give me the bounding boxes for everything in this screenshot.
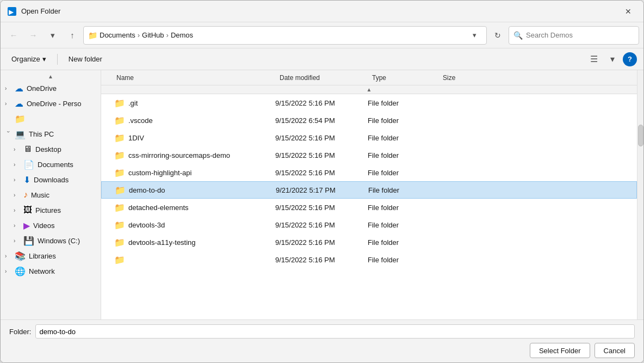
address-dropdown-button[interactable]: ▾: [467, 28, 482, 43]
file-date: 9/15/2022 5:16 PM: [275, 221, 368, 229]
sidebar-item-desktop[interactable]: › 🖥 Desktop: [1, 141, 101, 157]
folder-icon: 📁: [114, 202, 125, 213]
file-row[interactable]: 📁 detached-elements 9/15/2022 5:16 PM Fi…: [101, 199, 637, 216]
sidebar-item-onedrive-personal[interactable]: › ☁ OneDrive - Perso: [1, 96, 101, 111]
folder-row: Folder:: [9, 324, 635, 339]
col-header-date[interactable]: Date modified: [277, 74, 370, 82]
sidebar: ▲ › ☁ OneDrive › ☁ OneDrive - Perso 📁: [1, 70, 101, 319]
chevron-icon: ›: [14, 238, 20, 244]
forward-button[interactable]: →: [24, 27, 42, 44]
sidebar-item-network[interactable]: › 🌐 Network: [1, 263, 101, 279]
dialog-title: Open Folder: [21, 7, 620, 15]
chevron-icon: ›: [5, 85, 11, 91]
chevron-icon: ›: [14, 146, 20, 152]
folder-icon: 📁: [114, 150, 125, 161]
chevron-icon: ›: [5, 253, 11, 259]
file-list-header: Name Date modified Type Size: [101, 70, 637, 85]
file-type: File folder: [368, 116, 438, 125]
toolbar-separator: [57, 54, 58, 65]
file-type: File folder: [368, 134, 438, 142]
sidebar-item-videos[interactable]: › ▶ Videos: [1, 218, 101, 233]
sidebar-item-downloads[interactable]: › ⬇ Downloads: [1, 172, 101, 187]
chevron-icon: ›: [14, 223, 20, 229]
window-controls: ✕: [620, 3, 637, 20]
address-path: Documents › GitHub › Demos: [100, 31, 465, 39]
file-type: File folder: [368, 256, 438, 264]
file-row[interactable]: 📁 devtools-a11y-testing 9/15/2022 5:16 P…: [101, 233, 637, 251]
recent-locations-button[interactable]: ▾: [44, 27, 61, 44]
sidebar-item-music[interactable]: › ♪ Music: [1, 187, 101, 202]
col-header-type[interactable]: Type: [370, 74, 441, 82]
toolbar: Organize ▾ New folder ☰ ▾ ?: [1, 48, 643, 70]
file-name: 1DIV: [128, 134, 275, 142]
file-type: File folder: [368, 221, 438, 229]
file-row[interactable]: 📁 9/15/2022 5:16 PM File folder: [101, 251, 637, 268]
search-input[interactable]: [526, 31, 634, 39]
back-button[interactable]: ←: [5, 27, 22, 44]
close-button[interactable]: ✕: [620, 3, 637, 20]
organize-button[interactable]: Organize ▾: [7, 52, 51, 67]
sidebar-scroll-up: ▲: [1, 72, 101, 81]
address-bar[interactable]: 📁 Documents › GitHub › Demos ▾: [83, 26, 487, 45]
file-area: Name Date modified Type Size ▲ 📁 .git 9/…: [101, 70, 637, 319]
view-options-button[interactable]: ☰: [586, 51, 602, 67]
this-pc-icon: 💻: [15, 129, 26, 139]
file-row[interactable]: 📁 css-mirroring-sourcemaps-demo 9/15/202…: [101, 146, 637, 164]
col-header-size[interactable]: Size: [441, 74, 484, 82]
help-button[interactable]: ?: [623, 52, 637, 66]
search-bar[interactable]: 🔍: [509, 26, 639, 45]
chevron-icon: ›: [5, 268, 11, 274]
file-type: File folder: [368, 204, 438, 212]
file-row-selected[interactable]: 📁 demo-to-do 9/21/2022 5:17 PM File fold…: [101, 181, 637, 199]
cancel-button[interactable]: Cancel: [595, 343, 635, 358]
sidebar-label: Pictures: [35, 206, 61, 214]
sidebar-label: Music: [31, 191, 49, 199]
col-header-name[interactable]: Name: [114, 74, 277, 82]
refresh-button[interactable]: ↻: [489, 27, 506, 44]
sidebar-item-onedrive[interactable]: › ☁ OneDrive: [1, 81, 101, 96]
file-date: 9/15/2022 5:16 PM: [275, 256, 368, 264]
file-type: File folder: [368, 238, 438, 247]
file-type: File folder: [368, 186, 439, 194]
folder-icon: 📁: [114, 98, 125, 108]
downloads-icon: ⬇: [23, 175, 30, 185]
file-row[interactable]: 📁 .vscode 9/15/2022 6:54 PM File folder: [101, 112, 637, 129]
address-folder-icon: 📁: [88, 31, 97, 40]
libraries-icon: 📚: [15, 251, 26, 261]
chevron-icon: ›: [14, 192, 20, 198]
sidebar-label-downloads: Downloads: [34, 176, 69, 184]
folder-icon: 📁: [114, 168, 125, 178]
sidebar-label: Documents: [38, 161, 73, 169]
sidebar-label: Videos: [33, 222, 55, 230]
sidebar-item-documents[interactable]: › 📄 Documents: [1, 157, 101, 172]
toolbar-right: ☰ ▾ ?: [586, 51, 637, 67]
path-part-github: GitHub: [142, 31, 164, 39]
sidebar-item-this-pc[interactable]: › 💻 This PC: [1, 126, 101, 141]
svg-text:▶: ▶: [9, 8, 14, 16]
view-dropdown-button[interactable]: ▾: [604, 51, 621, 67]
sidebar-item-unnamed[interactable]: 📁: [1, 111, 101, 126]
search-icon: 🔍: [513, 31, 523, 40]
file-row[interactable]: 📁 .git 9/15/2022 5:16 PM File folder: [101, 94, 637, 112]
organize-chevron-icon: ▾: [42, 55, 46, 63]
file-row[interactable]: 📁 devtools-3d 9/15/2022 5:16 PM File fol…: [101, 216, 637, 233]
folder-icon: 📁: [114, 220, 125, 230]
file-name: .git: [128, 99, 275, 107]
sidebar-item-libraries[interactable]: › 📚 Libraries: [1, 248, 101, 263]
title-bar: ▶ Open Folder ✕: [1, 1, 643, 22]
file-date: 9/21/2022 5:17 PM: [276, 186, 368, 194]
new-folder-button[interactable]: New folder: [64, 52, 107, 67]
sidebar-item-windows-c[interactable]: › 💾 Windows (C:): [1, 233, 101, 248]
music-icon: ♪: [23, 190, 28, 200]
file-row[interactable]: 📁 custom-highlight-api 9/15/2022 5:16 PM…: [101, 164, 637, 181]
new-folder-label: New folder: [69, 55, 102, 63]
videos-icon: ▶: [23, 220, 30, 231]
up-button[interactable]: ↑: [64, 27, 81, 44]
file-type: File folder: [368, 151, 438, 159]
file-name: css-mirroring-sourcemaps-demo: [128, 151, 275, 159]
sidebar-label: Libraries: [29, 252, 56, 260]
select-folder-button[interactable]: Select Folder: [530, 343, 590, 358]
sidebar-item-pictures[interactable]: › 🖼 Pictures: [1, 202, 101, 218]
file-row[interactable]: 📁 1DIV 9/15/2022 5:16 PM File folder: [101, 129, 637, 146]
folder-input[interactable]: [35, 324, 635, 339]
